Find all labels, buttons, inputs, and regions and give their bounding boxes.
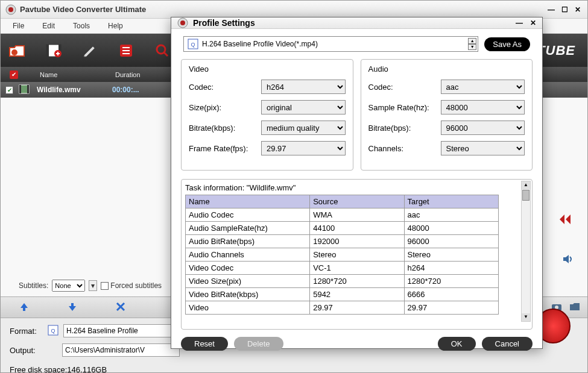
col-name[interactable]: Name xyxy=(37,71,112,78)
remove-button[interactable] xyxy=(115,301,127,313)
move-up-button[interactable] xyxy=(19,301,31,313)
svg-rect-10 xyxy=(122,53,130,54)
svg-point-2 xyxy=(11,49,17,55)
dialog-title: Profile Settings xyxy=(193,18,516,28)
volume-icon[interactable] xyxy=(562,254,574,266)
audio-panel: Audio Codec:aac Sample Rate(hz):48000 Bi… xyxy=(361,59,533,171)
dialog-close-button[interactable]: ✕ xyxy=(530,19,536,27)
video-panel: Video Codec:h264 Size(pix):original Bitr… xyxy=(181,59,353,171)
col-duration[interactable]: Duration xyxy=(112,71,166,78)
subtitles-row: Subtitles: None ▾ Forced subtitles xyxy=(19,280,162,292)
format-field[interactable] xyxy=(63,324,181,337)
video-size-select[interactable]: original xyxy=(261,100,346,114)
audio-bitrate-label: Bitrate(bps): xyxy=(368,124,441,133)
menu-tools[interactable]: Tools xyxy=(65,20,98,32)
audio-sr-select[interactable]: 48000 xyxy=(441,100,525,114)
scroll-thumb[interactable] xyxy=(522,190,530,201)
minimize-button[interactable]: — xyxy=(546,5,556,14)
audio-channels-label: Channels: xyxy=(368,144,441,153)
task-scrollbar[interactable]: ▲ ▼ xyxy=(521,181,531,322)
close-button[interactable]: ✕ xyxy=(573,5,583,14)
delete-button[interactable]: Delete xyxy=(234,337,283,351)
task-col-target: Target xyxy=(404,195,498,208)
video-size-label: Size(pix): xyxy=(189,103,261,112)
format-icon: Q xyxy=(48,325,58,337)
disk-space-label: Free disk space:146.116GB xyxy=(1,363,587,373)
audio-sr-label: Sample Rate(hz): xyxy=(368,103,441,112)
titlebar: Pavtube Video Converter Ultimate — ☐ ✕ xyxy=(1,1,587,19)
audio-panel-title: Audio xyxy=(368,64,525,74)
subtitles-label: Subtitles: xyxy=(19,281,48,290)
format-label: Format: xyxy=(10,327,43,336)
select-all-checkbox[interactable]: ✔ xyxy=(10,71,18,79)
profile-select[interactable]: Q H.264 Baseline Profile Video(*.mp4) ▲ … xyxy=(183,36,478,52)
task-row: Audio CodecWMAaac xyxy=(186,208,499,222)
dialog-icon xyxy=(177,17,188,28)
forced-subtitles-checkbox[interactable] xyxy=(101,282,109,290)
task-row: Video Size(pix)1280*7201280*720 xyxy=(186,275,499,288)
menu-edit[interactable]: Edit xyxy=(34,20,63,32)
forced-subtitles-label: Forced subtitles xyxy=(110,281,162,290)
video-bitrate-select[interactable]: medium quality xyxy=(261,121,346,135)
audio-channels-select[interactable]: Stereo xyxy=(441,141,525,155)
maximize-button[interactable]: ☐ xyxy=(560,5,569,14)
row-checkbox[interactable] xyxy=(5,86,13,94)
prev-frame-button[interactable] xyxy=(557,213,574,228)
profile-down-button[interactable]: ▼ xyxy=(468,44,476,50)
add-video-button[interactable] xyxy=(44,41,63,60)
svg-rect-8 xyxy=(122,47,130,48)
task-row: Audio BitRate(bps)19200096000 xyxy=(186,235,499,248)
scroll-down-button[interactable]: ▼ xyxy=(522,313,530,321)
svg-point-20 xyxy=(180,20,185,25)
profile-name: H.264 Baseline Profile Video(*.mp4) xyxy=(202,40,318,48)
video-panel-title: Video xyxy=(189,64,346,74)
subtitles-browse-button[interactable]: ▾ xyxy=(89,280,97,291)
search-button[interactable] xyxy=(153,41,172,60)
video-fps-select[interactable]: 29.97 xyxy=(261,141,346,155)
task-col-name: Name xyxy=(186,195,310,208)
video-codec-select[interactable]: h264 xyxy=(261,80,346,94)
folder-button[interactable] xyxy=(569,302,580,313)
task-info-table: Name Source Target Audio CodecWMAaacAudi… xyxy=(185,195,499,315)
cancel-button[interactable]: Cancel xyxy=(482,337,533,351)
task-row: Video BitRate(kbps)59426666 xyxy=(186,288,499,301)
output-field[interactable] xyxy=(62,343,180,357)
task-info-title: Task information: "Wildlife.wmv" xyxy=(185,183,528,192)
svg-rect-13 xyxy=(19,85,21,93)
settings-list-button[interactable] xyxy=(116,41,136,60)
svg-point-11 xyxy=(157,45,165,54)
task-row: Audio ChannelsStereoStereo xyxy=(186,248,499,262)
file-type-icon xyxy=(19,84,37,96)
app-title: Pavtube Video Converter Ultimate xyxy=(20,5,546,14)
dialog-minimize-button[interactable]: — xyxy=(516,19,523,27)
task-row: Audio SampleRate(hz)4410048000 xyxy=(186,222,499,235)
profile-settings-dialog: Profile Settings — ✕ Q H.264 Baseline Pr… xyxy=(171,17,543,349)
task-row: Video CodecVC-1h264 xyxy=(186,262,499,275)
save-as-button[interactable]: Save As xyxy=(484,37,530,51)
audio-codec-select[interactable]: aac xyxy=(441,80,525,94)
move-down-button[interactable] xyxy=(67,301,79,313)
output-label: Output: xyxy=(10,346,43,355)
task-info-panel: Task information: "Wildlife.wmv" Name So… xyxy=(181,179,533,330)
subtitles-select[interactable]: None xyxy=(52,280,85,292)
dialog-footer: Reset Delete OK Cancel xyxy=(171,330,542,358)
audio-bitrate-select[interactable]: 96000 xyxy=(441,121,525,135)
file-duration: 00:00:... xyxy=(112,86,166,94)
task-col-source: Source xyxy=(310,195,404,208)
svg-rect-9 xyxy=(122,50,130,51)
menu-help[interactable]: Help xyxy=(100,20,131,32)
svg-rect-4 xyxy=(46,45,49,57)
ok-button[interactable]: OK xyxy=(438,337,476,351)
profile-up-button[interactable]: ▲ xyxy=(468,38,476,44)
load-file-button[interactable] xyxy=(8,41,27,60)
video-bitrate-label: Bitrate(kbps): xyxy=(189,124,261,133)
menu-file[interactable]: File xyxy=(4,20,33,32)
dialog-titlebar: Profile Settings — ✕ xyxy=(171,17,542,29)
app-icon xyxy=(5,4,16,15)
scroll-up-button[interactable]: ▲ xyxy=(522,181,530,189)
reset-button[interactable]: Reset xyxy=(181,337,228,351)
video-fps-label: Frame Rate(fps): xyxy=(189,144,261,153)
edit-button[interactable] xyxy=(80,41,100,60)
svg-text:Q: Q xyxy=(51,328,55,334)
audio-codec-label: Codec: xyxy=(368,83,441,92)
